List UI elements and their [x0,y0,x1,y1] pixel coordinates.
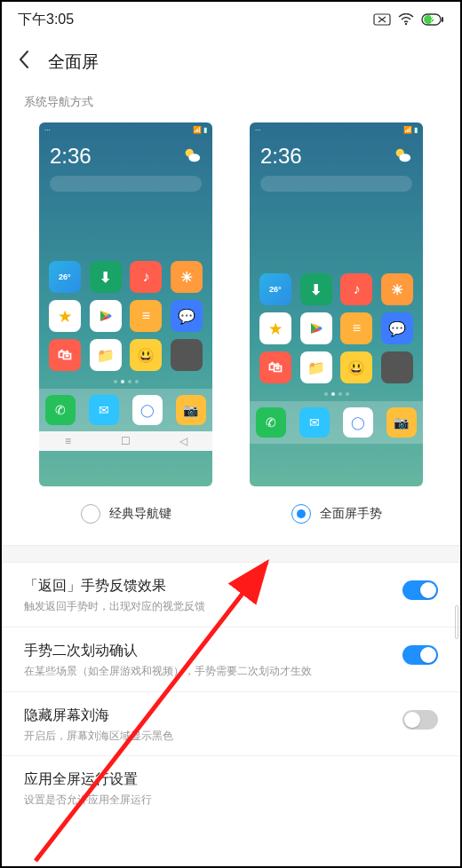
battery-icon [421,13,444,26]
toggle-switch[interactable] [402,580,438,600]
card-icon [373,13,391,26]
setting-fullscreen-apps[interactable]: 应用全屏运行设置 设置是否允许应用全屏运行 [2,756,460,820]
setting-hide-notch[interactable]: 隐藏屏幕刘海 开启后，屏幕刘海区域显示黑色 [2,692,460,757]
phone-mock-classic: ···📶 ▮ 2:36 26° ⬇ ♪ ☀ ★ ≡ 💬 🛍 � [39,122,212,486]
page-header: 全面屏 [2,37,460,87]
status-time: 下午3:05 [18,11,74,29]
wifi-icon [398,13,414,26]
radio-label: 经典导航键 [109,506,171,522]
radio-label: 全面屏手势 [320,506,382,522]
preview-classic[interactable]: ···📶 ▮ 2:36 26° ⬇ ♪ ☀ ★ ≡ 💬 🛍 � [36,122,216,524]
svg-point-1 [405,23,407,25]
radio-icon [81,504,100,524]
weather-icon [393,146,412,165]
mock-time: 2:36 [260,144,302,169]
softkeys: ≡☐◁ [39,431,212,451]
scroll-indicator [455,605,458,639]
svg-point-5 [188,154,200,162]
toggle-switch[interactable] [402,710,438,730]
setting-sub: 开启后，屏幕刘海区域显示黑色 [24,729,173,744]
toggle-switch[interactable] [402,645,438,665]
section-label: 系统导航方式 [2,87,460,122]
setting-title: 隐藏屏幕刘海 [24,706,173,725]
page-title: 全面屏 [48,51,99,74]
setting-double-swipe[interactable]: 手势二次划动确认 在某些场景（如全屏游戏和视频），手势需要二次划动才生效 [2,627,460,692]
section-divider [2,545,460,563]
radio-gesture[interactable]: 全面屏手势 [291,504,382,524]
phone-mock-gesture: ···📶 ▮ 2:36 26° ⬇ ♪ ☀ ★ ≡ 💬 🛍 � [250,122,423,486]
back-icon[interactable] [18,49,30,75]
svg-point-7 [399,154,410,162]
weather-icon [182,146,202,165]
setting-title: 「返回」手势反馈效果 [24,577,205,596]
radio-classic[interactable]: 经典导航键 [81,504,171,524]
setting-sub: 设置是否允许应用全屏运行 [24,793,152,808]
setting-title: 应用全屏运行设置 [24,770,152,789]
radio-icon [291,504,311,524]
setting-back-feedback[interactable]: 「返回」手势反馈效果 触发返回手势时，出现对应的视觉反馈 [2,563,460,627]
status-icons [373,13,444,26]
setting-sub: 在某些场景（如全屏游戏和视频），手势需要二次划动才生效 [24,664,312,679]
status-bar: 下午3:05 [2,2,460,37]
setting-sub: 触发返回手势时，出现对应的视觉反馈 [24,599,205,614]
svg-rect-3 [442,17,443,22]
setting-title: 手势二次划动确认 [24,642,312,660]
nav-style-previews: ···📶 ▮ 2:36 26° ⬇ ♪ ☀ ★ ≡ 💬 🛍 � [2,122,460,524]
preview-gesture[interactable]: ···📶 ▮ 2:36 26° ⬇ ♪ ☀ ★ ≡ 💬 🛍 � [246,122,426,524]
mock-time: 2:36 [50,144,92,169]
